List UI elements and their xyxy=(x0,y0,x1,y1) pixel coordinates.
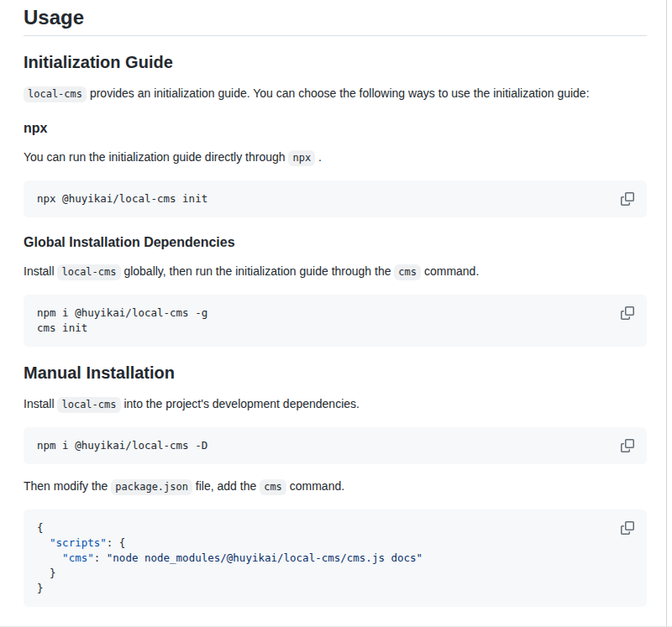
copy-icon xyxy=(621,521,634,535)
inline-code-local-cms: local-cms xyxy=(57,397,120,413)
inline-code-local-cms: local-cms xyxy=(24,86,87,102)
heading-global-installation-dependencies: Global Installation Dependencies xyxy=(24,235,647,249)
global-desc-after: command. xyxy=(421,264,479,278)
code-block-pre: { "scripts": { "cms": "node node_modules… xyxy=(24,509,647,607)
paragraph-global-desc: Install local-cms globally, then run the… xyxy=(24,263,647,281)
code-block-package-json: { "scripts": { "cms": "node node_modules… xyxy=(24,509,647,607)
copy-button[interactable] xyxy=(615,186,640,212)
global-desc-text: Install xyxy=(24,264,57,278)
code-block-manual-install: npm i @huyikai/local-cms -D xyxy=(24,427,647,464)
inline-code-cms: cms xyxy=(394,264,421,280)
inline-code-local-cms: local-cms xyxy=(57,264,120,280)
paragraph-modify-package-json: Then modify the package.json file, add t… xyxy=(24,478,647,496)
inline-code-package-json: package.json xyxy=(111,479,192,495)
readme-content: Usage Initialization Guide local-cms pro… xyxy=(0,0,672,627)
paragraph-npx-desc: You can run the initialization guide dir… xyxy=(24,149,647,167)
code-block-global-install: npm i @huyikai/local-cms -g cms init xyxy=(24,295,647,347)
inline-code-npx: npx xyxy=(288,150,315,166)
code-block-pre: npx @huyikai/local-cms init xyxy=(24,180,647,217)
modify-text: Then modify the xyxy=(24,479,111,493)
copy-icon xyxy=(621,192,634,206)
code-block-pre: npm i @huyikai/local-cms -D xyxy=(24,427,647,464)
section-heading-usage: Usage xyxy=(24,7,647,36)
global-desc-mid: globally, then run the initialization gu… xyxy=(121,264,395,278)
manual-desc-text: Install xyxy=(24,397,57,410)
npx-desc-after: . xyxy=(315,150,322,164)
copy-button[interactable] xyxy=(615,515,640,541)
manual-desc-after: into the project's development dependenc… xyxy=(121,397,360,410)
window-right-edge xyxy=(666,0,667,627)
copy-icon xyxy=(621,306,634,320)
paragraph-intro: local-cms provides an initialization gui… xyxy=(24,85,647,103)
code-text: npm i @huyikai/local-cms -D xyxy=(37,439,207,452)
npx-desc-text: You can run the initialization guide dir… xyxy=(24,150,288,164)
heading-npx: npx xyxy=(24,121,647,135)
section-heading-initialization-guide: Initialization Guide xyxy=(24,54,647,71)
modify-after: command. xyxy=(286,479,344,493)
code-block-pre: npm i @huyikai/local-cms -g cms init xyxy=(24,295,647,347)
code-text: npx @huyikai/local-cms init xyxy=(37,192,207,205)
copy-button[interactable] xyxy=(615,433,640,458)
code-text: { "scripts": { "cms": "node node_modules… xyxy=(37,521,423,594)
inline-code-cms: cms xyxy=(260,479,286,495)
intro-text: provides an initialization guide. You ca… xyxy=(87,86,590,100)
code-text: npm i @huyikai/local-cms -g cms init xyxy=(37,306,207,334)
section-heading-manual-installation: Manual Installation xyxy=(24,364,647,382)
copy-button[interactable] xyxy=(615,300,640,326)
modify-mid: file, add the xyxy=(192,479,260,493)
copy-icon xyxy=(621,439,634,452)
code-block-npx-init: npx @huyikai/local-cms init xyxy=(24,180,647,217)
paragraph-manual-desc: Install local-cms into the project's dev… xyxy=(24,395,647,414)
